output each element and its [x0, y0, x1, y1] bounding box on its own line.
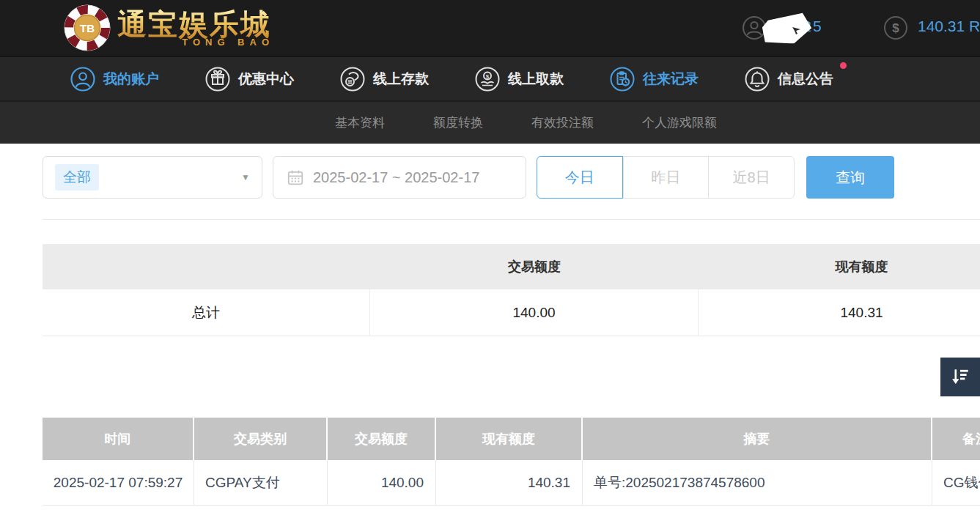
- date-range-input[interactable]: 2025-02-17 ~ 2025-02-17: [273, 156, 526, 199]
- col-trade-amount: 交易额度: [328, 418, 436, 460]
- sort-descending-button[interactable]: [940, 358, 980, 396]
- summary-current-amount-value: 140.31: [699, 289, 980, 336]
- nav-item-transaction-records[interactable]: 往来记录: [609, 66, 699, 92]
- search-button[interactable]: 查询: [806, 156, 894, 199]
- nav-item-deposit[interactable]: 线上存款: [339, 66, 429, 92]
- last-8-days-button[interactable]: 近8日: [708, 157, 794, 198]
- category-selected-chip: 全部: [55, 164, 99, 190]
- top-header: TB 通宝娱乐城 TONG BAO 7225 $ 140.31 RMB: [0, 0, 980, 56]
- cell-current-amount: 140.31: [436, 460, 583, 505]
- date-range-text: 2025-02-17 ~ 2025-02-17: [313, 169, 479, 186]
- casino-chip-icon: TB: [63, 4, 111, 52]
- svg-text:$: $: [892, 21, 899, 35]
- chevron-down-icon: ▼: [241, 172, 250, 182]
- account-icon: [70, 66, 96, 92]
- bell-icon: [744, 66, 770, 92]
- cell-trade-type: CGPAY支付: [194, 460, 328, 505]
- nav-item-promotions[interactable]: 优惠中心: [205, 66, 294, 92]
- subnav-personal-game-limit[interactable]: 个人游戏限额: [642, 114, 717, 131]
- balance-amount[interactable]: 140.31 RMB: [918, 18, 980, 35]
- brand-subtitle: TONG BAO: [182, 37, 274, 48]
- today-button[interactable]: 今日: [537, 156, 623, 199]
- cell-remarks: CG钱包: [932, 460, 980, 505]
- table-row: 2025-02-17 07:59:27 CGPAY支付 140.00 140.3…: [43, 460, 980, 506]
- filter-bar: 全部 ▼ 2025-02-17 ~ 2025-02-17 今日 昨日 近8日 查…: [0, 156, 980, 199]
- yesterday-button[interactable]: 昨日: [623, 157, 709, 198]
- balance-dollar-icon: $: [883, 15, 908, 43]
- nav-item-my-account[interactable]: 我的账户: [70, 66, 159, 92]
- records-table-header: 时间 交易类别 交易额度 现有额度 摘要 备注: [43, 418, 980, 460]
- col-time: 时间: [43, 418, 194, 460]
- records-table: 时间 交易类别 交易额度 现有额度 摘要 备注 2025-02-17 07:59…: [43, 418, 980, 506]
- cell-time: 2025-02-17 07:59:27: [43, 460, 194, 505]
- withdraw-icon: $: [474, 66, 501, 92]
- cell-trade-amount: 140.00: [328, 460, 436, 505]
- sort-descending-icon: [949, 366, 971, 388]
- category-select[interactable]: 全部 ▼: [43, 156, 262, 199]
- deposit-icon: [339, 66, 366, 92]
- main-nav: 我的账户 优惠中心 线上存款 $ 线上取款: [0, 56, 980, 100]
- brand-title: 通宝娱乐城: [117, 8, 271, 40]
- col-current-amount: 现有额度: [436, 418, 583, 460]
- subnav-basic-info[interactable]: 基本资料: [335, 114, 385, 131]
- summary-header-current-amount: 现有额度: [699, 258, 980, 275]
- calendar-icon: [287, 169, 304, 186]
- nav-item-withdraw[interactable]: $ 线上取款: [474, 66, 564, 92]
- cell-summary: 单号:202502173874578600: [583, 460, 932, 505]
- quick-date-buttons: 今日 昨日 近8日: [537, 156, 795, 199]
- svg-text:TB: TB: [80, 22, 95, 34]
- col-summary: 摘要: [583, 418, 932, 460]
- summary-total-label: 总计: [43, 289, 370, 336]
- notification-dot: [840, 62, 847, 69]
- records-icon: [609, 66, 635, 92]
- subnav-credit-transfer[interactable]: 额度转换: [433, 114, 483, 131]
- summary-trade-amount-value: 140.00: [370, 289, 699, 336]
- brand-logo: TB 通宝娱乐城 TONG BAO: [63, 4, 271, 52]
- summary-table-header: 交易额度 现有额度: [43, 244, 980, 289]
- col-remarks: 备注: [932, 418, 980, 460]
- username-redaction: [762, 13, 814, 44]
- gift-icon: [205, 66, 231, 92]
- subnav-valid-bets[interactable]: 有效投注额: [531, 114, 594, 131]
- nav-item-announcements[interactable]: 信息公告: [744, 66, 833, 92]
- summary-total-row: 总计 140.00 140.31: [43, 289, 980, 336]
- section-divider: [43, 219, 980, 220]
- col-trade-type: 交易类别: [194, 418, 328, 460]
- cursor-mark-icon: [792, 25, 802, 35]
- summary-header-trade-amount: 交易额度: [370, 258, 699, 275]
- svg-text:$: $: [486, 73, 490, 79]
- summary-table: 交易额度 现有额度 总计 140.00 140.31: [43, 244, 980, 336]
- sub-nav: 基本资料 额度转换 有效投注额 个人游戏限额: [0, 100, 980, 144]
